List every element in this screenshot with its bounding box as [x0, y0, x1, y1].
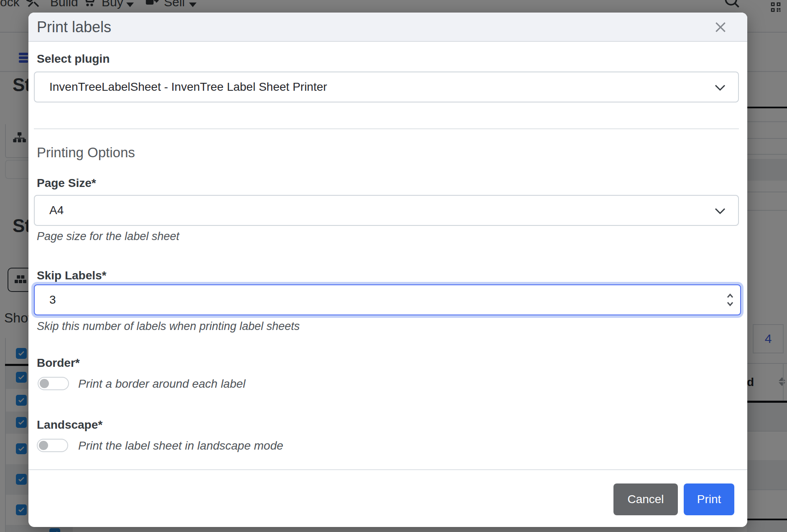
plugin-select-value: InvenTreeLabelSheet - InvenTree Label Sh… — [49, 80, 327, 94]
page-size-help: Page size for the label sheet — [37, 230, 179, 243]
border-label: Border* — [37, 356, 80, 370]
page-size-label: Page Size* — [37, 176, 96, 190]
toggle-knob — [39, 441, 48, 450]
chevron-down-icon — [715, 208, 726, 215]
page-size-select[interactable]: A4 — [34, 195, 739, 226]
toggle-knob — [40, 379, 49, 388]
landscape-label: Landscape* — [37, 418, 102, 432]
landscape-help: Print the label sheet in landscape mode — [78, 439, 283, 453]
print-button[interactable]: Print — [684, 483, 734, 515]
page-size-value: A4 — [49, 204, 64, 217]
landscape-toggle[interactable] — [37, 439, 68, 452]
select-plugin-label: Select plugin — [37, 52, 110, 66]
modal-title: Print labels — [37, 13, 111, 42]
skip-labels-input[interactable] — [34, 284, 741, 315]
screen: ock Build Buy Sell Sto Sto Show — [0, 0, 787, 532]
skip-labels-help: Skip this number of labels when printing… — [37, 320, 300, 333]
cancel-button[interactable]: Cancel — [613, 483, 678, 515]
modal-header: Print labels — [28, 13, 747, 42]
divider — [34, 128, 739, 129]
border-help: Print a border around each label — [78, 377, 245, 391]
plugin-select[interactable]: InvenTreeLabelSheet - InvenTree Label Sh… — [34, 72, 739, 102]
footer-divider — [28, 469, 747, 470]
chevron-down-icon — [715, 84, 726, 91]
print-labels-modal: Print labels Select plugin InvenTreeLabe… — [28, 13, 747, 527]
number-spinner[interactable] — [726, 292, 734, 307]
border-toggle[interactable] — [38, 377, 69, 390]
skip-labels-field — [34, 284, 741, 315]
close-icon[interactable] — [714, 20, 727, 34]
printing-options-title: Printing Options — [37, 145, 135, 161]
skip-labels-label: Skip Labels* — [37, 269, 107, 282]
